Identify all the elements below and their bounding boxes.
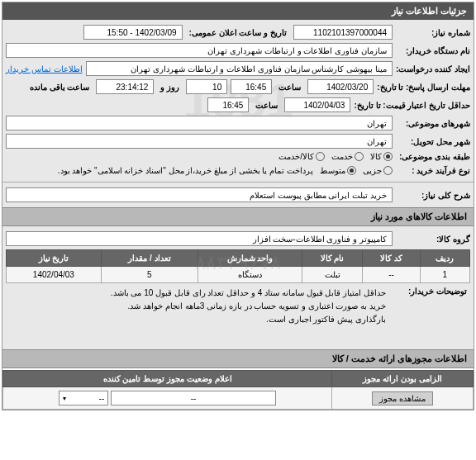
process-radio-group: جزیی متوسط [320,166,393,175]
announce-field: 1402/03/09 - 15:50 [83,25,183,40]
goods-group-field: کامپیوتر و فناوری اطلاعات-سخت افزار [6,231,393,246]
buyer-notes-row: توضیحات خریدار: حداقل امتیاز قابل قبول س… [6,283,470,330]
view-permit-button[interactable]: مشاهده مجوز [372,391,433,405]
cell-name: تبلت [302,267,362,283]
creator-field: مینا بیهوشی کارشناس سازمان فناوری اطلاعا… [86,61,393,76]
category-radio-group: کالا خدمت کالا/خدمت [278,152,393,161]
days-label: روز و [157,83,183,92]
permit-select[interactable]: -- ▾ [59,391,108,405]
remain-label: ساعت باقی مانده [26,83,93,92]
cell-view-permit: مشاهده مجوز [332,387,474,410]
row-category: طبقه بندی موضوعی: کالا خدمت کالا/خدمت [6,150,470,163]
buyer-contact-link[interactable]: اطلاعات تماس خریدار [6,64,83,74]
min-valid-date-field: 1402/04/03 [284,97,350,112]
cell-code: -- [363,267,421,283]
summary-body: شرح کلی نیاز: خرید تبلت ایرانی مطابق پیو… [2,182,474,207]
time-label-2: ساعت [252,101,281,110]
subject-city-label: شهرهای موضوعی: [396,119,470,128]
chevron-down-icon: ▾ [63,395,66,402]
radio-both[interactable]: کالا/خدمت [278,152,325,161]
radio-service-label: خدمت [331,152,353,161]
col-required: الزامی بودن ارائه مجوز [332,371,474,387]
summary-field: خرید تبلت ایرانی مطابق پیوست استعلام [6,187,393,202]
spacer [2,333,474,349]
cell-date: 1402/04/03 [7,267,102,283]
permits-body: الزامی بودن ارائه مجوز اعلام وضعیت مجوز … [2,370,474,410]
row-need-number: شماره نیاز: 1102101397000044 تاریخ و ساع… [6,23,470,41]
permits-header-row: الزامی بودن ارائه مجوز اعلام وضعیت مجوز … [3,371,474,387]
panel-body: 1081 شماره نیاز: 1102101397000044 تاریخ … [2,20,474,182]
row-process: نوع فرآیند خرید : جزیی متوسط پرداخت تمام… [6,163,470,178]
row-deadline: مهلت ارسال پاسخ: تا تاریخ: 1402/03/20 سا… [6,78,470,96]
permits-row: مشاهده مجوز -- -- ▾ [3,387,474,410]
radio-medium[interactable]: متوسط [320,166,356,175]
goods-section-header: اطلاعات کالاهای مورد نیاز [2,207,474,226]
radio-icon [383,166,393,175]
category-label: طبقه بندی موضوعی: [396,152,470,161]
process-label: نوع فرآیند خرید : [396,166,470,175]
row-subject-city: شهرهای موضوعی: تهران [6,114,470,132]
delivery-city-field: تهران [6,134,393,149]
row-buyer-org: نام دستگاه خریدار: سازمان فناوری اطلاعات… [6,41,470,59]
creator-label: ایجاد کننده درخواست: [396,64,470,74]
select-value: -- [99,394,105,403]
radio-partial-label: جزیی [363,166,382,175]
radio-icon [316,152,325,161]
subject-city-field: تهران [6,116,393,130]
radio-goods-label: کالا [370,152,382,161]
permits-table: الزامی بودن ارائه مجوز اعلام وضعیت مجوز … [2,370,474,410]
col-status: اعلام وضعیت مجوز توسط تامین کننده [3,371,332,387]
radio-partial[interactable]: جزیی [363,166,393,175]
row-delivery-city: شهر محل تحویل: تهران [6,132,470,150]
days-field: 10 [186,79,227,94]
need-number-label: شماره نیاز: [396,28,470,37]
radio-goods[interactable]: کالا [370,152,393,161]
time-label-1: ساعت [275,83,304,92]
col-unit: واحد شمارش [198,250,302,267]
min-valid-time-field: 16:45 [207,97,249,112]
need-number-field: 1102101397000044 [293,25,393,40]
min-valid-label: حداقل تاریخ اعتبار قیمت: تا تاریخ: [354,101,470,110]
cell-qty: 5 [101,267,198,283]
table-header-row: ردیف کد کالا نام کالا واحد شمارش تعداد /… [7,250,470,267]
cell-unit: دستگاه [198,267,302,283]
radio-icon [355,152,364,161]
radio-icon [347,166,356,175]
status-field: -- [111,391,276,405]
payment-note: پرداخت تمام یا بخشی از مبلغ خرید،از محل … [55,164,317,177]
buyer-notes-text: حداقل امتیاز قابل قبول سامانه ستاد 4 و ح… [111,287,386,326]
goods-body: گروه کالا: کامپیوتر و فناوری اطلاعات-سخت… [2,226,474,333]
goods-table: ردیف کد کالا نام کالا واحد شمارش تعداد /… [6,249,470,283]
radio-service[interactable]: خدمت [331,152,364,161]
table-row: 1 -- تبلت دستگاه 5 1402/04/03 [7,267,470,283]
countdown-field: 23:14:12 [96,79,154,94]
col-code: کد کالا [363,250,421,267]
row-min-valid: حداقل تاریخ اعتبار قیمت: تا تاریخ: 1402/… [6,96,470,114]
goods-group-label: گروه کالا: [396,235,470,244]
announce-label: تاریخ و ساعت اعلان عمومی: [186,28,290,37]
col-date: تاریخ نیاز [7,250,102,267]
panel-title: جزئیات اطلاعات نیاز [2,2,474,20]
row-summary: شرح کلی نیاز: خرید تبلت ایرانی مطابق پیو… [6,186,470,204]
deadline-date-field: 1402/03/20 [307,79,374,94]
radio-medium-label: متوسط [320,166,345,175]
deadline-time-field: 16:45 [231,79,272,94]
buyer-org-label: نام دستگاه خریدار: [396,46,470,55]
deadline-label: مهلت ارسال پاسخ: تا تاریخ: [377,83,470,92]
goods-table-wrap: ۸۸۳۴۹۶۷۸ ردیف کد کالا نام کالا واحد شمار… [6,249,470,283]
col-row: ردیف [420,250,469,267]
cell-row: 1 [420,267,469,283]
delivery-city-label: شهر محل تحویل: [396,137,470,146]
buyer-notes-label: توضیحات خریدار: [393,287,467,326]
permits-section-header: اطلاعات مجوزهای ارائه خدمت / کالا [2,349,474,368]
cell-status: -- -- ▾ [3,387,332,410]
col-qty: تعداد / مقدار [101,250,198,267]
need-details-panel: جزئیات اطلاعات نیاز 1081 شماره نیاز: 110… [2,2,474,410]
summary-label: شرح کلی نیاز: [396,191,470,200]
row-goods-group: گروه کالا: کامپیوتر و فناوری اطلاعات-سخت… [6,230,470,248]
row-creator: ایجاد کننده درخواست: مینا بیهوشی کارشناس… [6,59,470,78]
radio-icon [383,152,393,161]
radio-both-label: کالا/خدمت [278,152,314,161]
buyer-org-field: سازمان فناوری اطلاعات و ارتباطات شهرداری… [6,43,393,58]
col-name: نام کالا [302,250,362,267]
